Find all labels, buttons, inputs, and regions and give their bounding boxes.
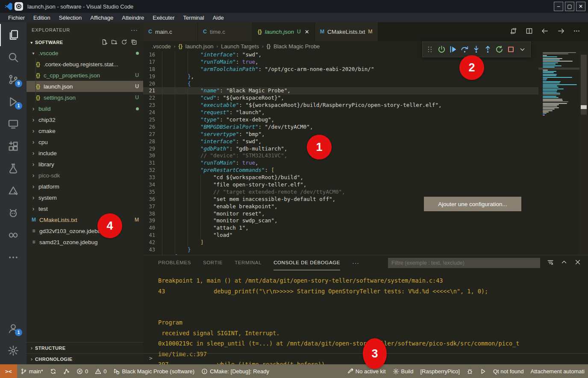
activity-account[interactable]: 1 bbox=[0, 317, 26, 340]
menu-slection[interactable]: Sélection bbox=[55, 14, 85, 22]
status-black-magic-probe-software[interactable]: Black Magic Probe (software) bbox=[110, 364, 198, 378]
code-line[interactable]: 25"type": "cortex-debug", bbox=[143, 116, 588, 124]
activity-source-control[interactable]: 9 bbox=[0, 68, 26, 91]
tab-main-c[interactable]: Cmain.c bbox=[143, 22, 198, 41]
tree-folder-cmake[interactable]: ›cmake bbox=[26, 125, 143, 136]
breadcrumb-item[interactable]: launch.json bbox=[185, 43, 214, 50]
more-views-icon[interactable] bbox=[573, 27, 580, 36]
activity-settings[interactable] bbox=[0, 340, 26, 362]
tree-folder-build[interactable]: ›build bbox=[26, 103, 143, 114]
status-sync[interactable] bbox=[47, 364, 60, 378]
code-line[interactable]: 39"monitor swdp_scan", bbox=[143, 217, 588, 224]
code-line[interactable]: 35// "target extended-remote /dev/ttyACM… bbox=[143, 189, 588, 196]
tree-folder-include[interactable]: ›include bbox=[26, 148, 143, 159]
debug-step-into-icon[interactable] bbox=[470, 44, 482, 56]
code-line[interactable]: 32"preRestartCommands": [ bbox=[143, 167, 588, 174]
activity-explorer[interactable] bbox=[0, 24, 26, 46]
code-line[interactable]: 27"servertype": "bmp", bbox=[143, 131, 588, 138]
tree-file-launch-json[interactable]: {}launch.jsonU bbox=[26, 81, 143, 92]
debug-continue-icon[interactable] bbox=[447, 44, 459, 56]
activity-search[interactable] bbox=[0, 46, 26, 68]
workspace-section-header[interactable]: ▾ SOFTWARE bbox=[26, 37, 143, 47]
tree-file-CMakeLists-txt[interactable]: MCMakeLists.txtM bbox=[26, 214, 143, 225]
code-line[interactable]: 33"cd ${workspaceRoot}/build", bbox=[143, 174, 588, 181]
code-line[interactable]: 29"gdbPath": "gdb-multiarch", bbox=[143, 145, 588, 153]
menu-edition[interactable]: Edition bbox=[29, 14, 54, 22]
close-button[interactable]: ✕ bbox=[576, 2, 585, 11]
status-graph[interactable] bbox=[60, 364, 73, 378]
tab-CMakeLists-txt[interactable]: MCMakeLists.txtM bbox=[315, 22, 378, 41]
status-main[interactable]: main* bbox=[17, 364, 47, 378]
breadcrumb-item[interactable]: Black Magic Probe bbox=[273, 43, 320, 50]
debug-stop-icon[interactable] bbox=[505, 44, 517, 56]
code-line[interactable]: 31"runToMain": true, bbox=[143, 159, 588, 167]
panel-tab-sortie[interactable]: SORTIE bbox=[203, 255, 223, 270]
status-raspberrypico[interactable]: [RaspberryPico] bbox=[417, 364, 463, 378]
tab-time-c[interactable]: Ctime.c bbox=[198, 22, 253, 41]
close-icon[interactable] bbox=[574, 259, 581, 267]
code-line[interactable]: 40"attach 1", bbox=[143, 224, 588, 232]
console-filter-input[interactable] bbox=[388, 258, 540, 268]
activity-testing[interactable] bbox=[0, 157, 26, 180]
code-editor[interactable]: 16"interface": "swd",17"runToMain": true… bbox=[143, 51, 588, 255]
tree-folder-chip32[interactable]: ›chip32 bbox=[26, 114, 143, 125]
activity-bug-tool[interactable] bbox=[0, 202, 26, 224]
maximize-button[interactable]: ▢ bbox=[565, 2, 574, 11]
code-line[interactable]: 19}, bbox=[143, 73, 588, 80]
minimize-button[interactable]: – bbox=[554, 2, 563, 11]
menu-affichage[interactable]: Affichage bbox=[86, 14, 117, 22]
new-file-icon[interactable] bbox=[101, 39, 108, 46]
status-cmake-debug-ready[interactable]: CMake: [Debug]: Ready bbox=[198, 364, 273, 378]
status-bug[interactable] bbox=[463, 364, 476, 378]
menu-aide[interactable]: Aide bbox=[209, 14, 228, 22]
breadcrumb-item[interactable]: .vscode bbox=[152, 43, 171, 50]
menu-fichier[interactable]: Fichier bbox=[4, 14, 29, 22]
section-chronologie[interactable]: ›CHRONOLOGIE bbox=[26, 353, 143, 364]
status-attachement-automati[interactable]: Attachement automati bbox=[527, 364, 588, 378]
code-line[interactable]: 42] bbox=[143, 239, 588, 246]
tree-file-c-cpp-properties-json[interactable]: {}c_cpp_properties.jsonU bbox=[26, 70, 143, 81]
activity-extensions[interactable] bbox=[0, 135, 26, 157]
minimap[interactable] bbox=[538, 51, 579, 255]
status-qt-not-found[interactable]: Qt not found bbox=[490, 364, 527, 378]
tab-close-icon[interactable]: ✕ bbox=[305, 29, 309, 35]
debug-power-icon[interactable] bbox=[436, 44, 447, 56]
add-configuration-button[interactable]: Ajouter une configuration... bbox=[424, 197, 521, 211]
activity-build-tools[interactable] bbox=[0, 180, 26, 202]
tree-file-samd21-ozone-jdebug[interactable]: ≡samd21_ozone.jdebug bbox=[26, 236, 143, 248]
code-line[interactable]: 23"executable": "${workspaceRoot}/build/… bbox=[143, 102, 588, 109]
menu-excuter[interactable]: Exécuter bbox=[149, 14, 178, 22]
code-line[interactable]: 30// "device": "STM32L431VC", bbox=[143, 152, 588, 159]
code-line[interactable]: 28"interface": "swd", bbox=[143, 138, 588, 145]
panel-tab-terminal[interactable]: TERMINAL bbox=[235, 255, 262, 270]
status-play[interactable] bbox=[476, 364, 490, 378]
code-line[interactable]: 20{ bbox=[143, 80, 588, 88]
panel-tab-problèmes[interactable]: PROBLÈMES bbox=[158, 255, 191, 270]
code-line[interactable]: 24"request": "launch", bbox=[143, 109, 588, 116]
debug-step-out-icon[interactable] bbox=[482, 44, 494, 56]
code-line[interactable]: 43} bbox=[143, 246, 588, 254]
code-line[interactable]: 21"name": "Black Magic Probe", bbox=[143, 87, 588, 94]
new-folder-icon[interactable] bbox=[111, 39, 118, 46]
code-line[interactable]: 41"load" bbox=[143, 232, 588, 239]
editor-scrollbar[interactable] bbox=[579, 51, 588, 255]
tree-folder-test[interactable]: ›test bbox=[26, 203, 143, 214]
debug-step-over-icon[interactable] bbox=[459, 44, 470, 56]
status-[interactable]: >< bbox=[0, 364, 17, 378]
tree-folder-system[interactable]: ›system bbox=[26, 192, 143, 203]
activity-more-views[interactable] bbox=[0, 246, 26, 269]
code-line[interactable]: 26"BMPGDBSerialPort": "/dev/ttyACM0", bbox=[143, 124, 588, 131]
tree-folder--vscode[interactable]: ▾.vscode bbox=[26, 47, 143, 59]
activity-remote-explorer[interactable] bbox=[0, 113, 26, 135]
tree-folder-platform[interactable]: ›platform bbox=[26, 181, 143, 192]
status-0[interactable]: 0 bbox=[73, 364, 91, 378]
breadcrumb-item[interactable]: Launch Targets bbox=[221, 43, 259, 50]
collapse-all-icon[interactable] bbox=[131, 39, 137, 46]
status-0[interactable]: 0 bbox=[91, 364, 110, 378]
tree-file-settings-json[interactable]: {}settings.jsonU bbox=[26, 92, 143, 103]
tree-folder-library[interactable]: ›library bbox=[26, 159, 143, 170]
code-line[interactable]: 22"cwd": "${workspaceRoot}", bbox=[143, 94, 588, 102]
tab-launch-json[interactable]: {}launch.jsonU✕ bbox=[253, 22, 315, 41]
arrow-left-icon[interactable] bbox=[541, 27, 549, 36]
panel-more-icon[interactable]: ··· bbox=[352, 260, 359, 266]
